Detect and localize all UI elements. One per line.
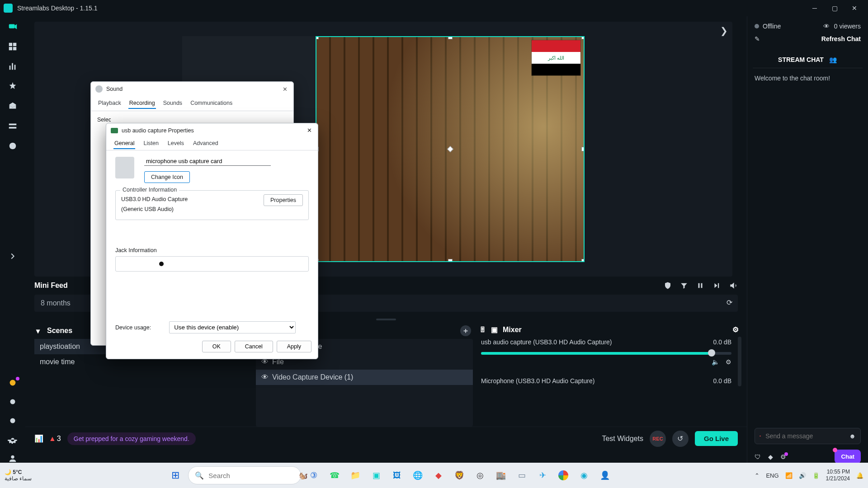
resize-handle[interactable]	[448, 36, 453, 39]
rotate-handle[interactable]	[447, 146, 453, 152]
themes-icon[interactable]	[8, 81, 18, 91]
chat-settings-icon[interactable]: ⚙	[780, 453, 786, 460]
taskbar-app[interactable]: ◉	[576, 467, 592, 483]
edit-chat-icon[interactable]: ✎	[755, 35, 762, 42]
pause-icon[interactable]	[696, 282, 704, 290]
warnings-indicator[interactable]: ▲3	[49, 435, 61, 443]
undo-button[interactable]: ↺	[672, 431, 689, 447]
tab-levels[interactable]: Levels	[167, 138, 185, 149]
taskbar-app[interactable]	[555, 467, 571, 483]
taskbar-app[interactable]: ③	[306, 467, 322, 483]
wifi-icon[interactable]: 📶	[785, 472, 793, 479]
highlighter-icon[interactable]	[8, 121, 18, 131]
appstore-icon[interactable]	[8, 101, 18, 111]
track-gear-icon[interactable]: ⚙	[726, 358, 731, 366]
prime-icon[interactable]	[8, 378, 18, 388]
search-input[interactable]	[208, 472, 294, 479]
taskbar-app[interactable]: ▣	[368, 467, 384, 483]
device-usage-select[interactable]: Use this device (enable)	[169, 321, 296, 333]
resize-handle[interactable]	[316, 36, 319, 39]
window-minimize-button[interactable]: ─	[805, 1, 825, 15]
device-name-input[interactable]	[144, 157, 271, 166]
skip-icon[interactable]	[712, 282, 721, 290]
test-widgets-label[interactable]: Test Widgets	[602, 435, 643, 443]
go-live-button[interactable]: Go Live	[695, 431, 738, 446]
expand-sidebar-icon[interactable]	[8, 251, 18, 261]
shield-icon[interactable]: 🛡	[755, 453, 761, 460]
taskbar-app[interactable]: ◆	[430, 467, 447, 483]
taskbar-app[interactable]: ☎	[326, 467, 343, 483]
window-close-button[interactable]: ✕	[844, 1, 864, 15]
tab-listen[interactable]: Listen	[142, 138, 159, 149]
layouts-icon[interactable]	[8, 42, 18, 52]
notifications-icon[interactable]: 🔔	[856, 472, 863, 479]
volume-icon[interactable]	[729, 281, 738, 290]
taskbar-app[interactable]: ✈	[534, 467, 551, 483]
resize-handle[interactable]	[581, 36, 585, 39]
tab-playback[interactable]: Playback	[97, 98, 122, 109]
taskbar-app[interactable]: 👤	[597, 467, 613, 483]
gear-icon[interactable]: ⚙	[732, 325, 740, 334]
analytics-icon[interactable]	[8, 61, 18, 71]
apply-button[interactable]: Apply	[277, 341, 311, 352]
mic-detect-icon[interactable]: 🎚	[479, 326, 486, 334]
mute-icon[interactable]: 🔈	[712, 358, 719, 366]
cancel-button[interactable]: Cancel	[235, 341, 273, 352]
bits-icon[interactable]: ◆	[768, 453, 773, 460]
refresh-chat-button[interactable]: Refresh Chat	[821, 35, 861, 42]
source-item[interactable]: 👁 Video Capture Device (1)	[256, 370, 473, 385]
shield-icon[interactable]	[664, 282, 672, 290]
window-maximize-button[interactable]: ▢	[825, 1, 844, 15]
ok-button[interactable]: OK	[202, 341, 231, 352]
start-button[interactable]: ⊞	[167, 467, 184, 483]
account-icon[interactable]	[8, 454, 18, 464]
eye-icon[interactable]: 👁	[261, 373, 269, 381]
controller-properties-button[interactable]: Properties	[264, 194, 303, 206]
resize-handle[interactable]	[581, 147, 585, 151]
resize-handle[interactable]	[448, 259, 453, 262]
tray-lang[interactable]: ENG	[766, 472, 778, 479]
add-source-button[interactable]: ＋	[460, 325, 471, 336]
tab-sounds[interactable]: Sounds	[162, 98, 183, 109]
tray-clock[interactable]: 10:55 PM 1/21/2024	[826, 469, 850, 482]
mixer-scrollbar[interactable]	[738, 337, 741, 386]
refresh-icon[interactable]: ⟳	[726, 298, 732, 307]
sound-icon[interactable]: 🔊	[799, 472, 806, 479]
emoji-icon[interactable]: ☻	[849, 432, 856, 440]
selected-source[interactable]: الله اكبر	[316, 36, 585, 262]
close-icon[interactable]: ✕	[305, 127, 313, 134]
plugin2-icon[interactable]	[8, 416, 18, 426]
people-icon[interactable]: 👥	[829, 56, 837, 63]
chevron-down-icon[interactable]: ▾	[36, 327, 42, 335]
tip-pill[interactable]: Get prepped for a cozy gaming weekend.	[67, 432, 196, 445]
weather-widget[interactable]: 🌙 5°C سماء صافية	[5, 469, 32, 482]
tab-communications[interactable]: Communications	[189, 98, 233, 109]
taskbar-app[interactable]: 🌐	[410, 467, 426, 483]
battery-icon[interactable]: 🔋	[812, 472, 820, 479]
tab-recording[interactable]: Recording	[128, 98, 156, 109]
change-icon-button[interactable]: Change Icon	[144, 171, 190, 183]
tray-chevron-icon[interactable]: ⌃	[755, 472, 760, 479]
add-source-icon[interactable]: ▣	[491, 325, 498, 334]
tab-advanced[interactable]: Advanced	[192, 138, 219, 149]
chat-send-button[interactable]: Chat	[835, 450, 861, 464]
camera-icon[interactable]	[760, 432, 761, 440]
record-button[interactable]: REC	[650, 431, 666, 447]
taskbar-app[interactable]: ▭	[514, 467, 530, 483]
editor-tab-icon[interactable]	[8, 22, 18, 32]
taskbar-app[interactable]: 🦁	[451, 467, 467, 483]
record-icon[interactable]	[8, 141, 18, 151]
taskbar-app[interactable]: 🏬	[493, 467, 509, 483]
resize-handle[interactable]	[581, 259, 585, 262]
stats-icon[interactable]: 📊	[34, 434, 42, 443]
taskbar-app[interactable]: ◎	[472, 467, 488, 483]
close-icon[interactable]: ✕	[281, 86, 289, 93]
settings-gear-icon[interactable]	[8, 435, 18, 445]
taskbar-app[interactable]: 📁	[347, 467, 363, 483]
volume-slider[interactable]	[481, 352, 731, 355]
chat-input[interactable]	[765, 432, 844, 440]
tab-general[interactable]: General	[113, 138, 135, 149]
filter-icon[interactable]	[680, 282, 688, 290]
plugin1-icon[interactable]	[8, 397, 18, 407]
taskbar-app[interactable]: 🖼	[389, 467, 405, 483]
